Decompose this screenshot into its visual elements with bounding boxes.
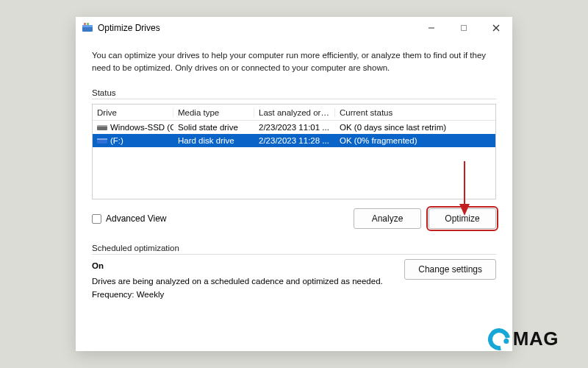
table-body: Windows-SSD (C:)Solid state drive2/23/20… <box>93 121 495 147</box>
svg-rect-1 <box>82 25 93 27</box>
cell-drive: Windows-SSD (C:) <box>93 123 173 132</box>
col-media[interactable]: Media type <box>173 108 254 117</box>
minimize-button[interactable] <box>415 17 448 39</box>
status-label: Status <box>92 88 496 97</box>
table-row[interactable]: Windows-SSD (C:)Solid state drive2/23/20… <box>93 121 495 134</box>
close-button[interactable] <box>480 17 512 39</box>
drive-table: Drive Media type Last analyzed or ... Cu… <box>92 104 496 199</box>
defrag-icon <box>82 22 93 34</box>
window-title: Optimize Drives <box>98 23 160 33</box>
cell-media: Hard disk drive <box>173 136 254 145</box>
drive-icon <box>97 136 107 145</box>
scheduled-label: Scheduled optimization <box>92 244 496 252</box>
scheduled-section: On Drives are being analyzed on a schedu… <box>92 259 496 301</box>
titlebar: Optimize Drives <box>76 17 512 39</box>
scheduled-divider <box>92 254 496 255</box>
watermark-c-icon <box>484 324 514 355</box>
actions-row: Advanced View Analyze Optimize <box>92 208 496 229</box>
cell-drive: (F:) <box>93 136 173 145</box>
cell-current: OK (0 days since last retrim) <box>335 123 495 132</box>
svg-rect-5 <box>462 26 467 31</box>
cell-last: 2/23/2023 11:01 ... <box>254 123 335 132</box>
drive-name: Windows-SSD (C:) <box>110 123 173 132</box>
col-last[interactable]: Last analyzed or ... <box>254 108 335 117</box>
table-header: Drive Media type Last analyzed or ... Cu… <box>93 105 495 121</box>
cell-media: Solid state drive <box>173 123 254 132</box>
svg-rect-3 <box>87 23 89 25</box>
window-content: You can optimize your drives to help you… <box>76 39 512 351</box>
col-drive[interactable]: Drive <box>93 108 173 117</box>
svg-rect-2 <box>84 23 86 25</box>
col-current[interactable]: Current status <box>335 108 495 117</box>
checkbox-icon <box>92 214 101 224</box>
drive-icon <box>97 123 107 132</box>
optimize-drives-window: Optimize Drives You can optimize your dr… <box>76 17 512 351</box>
scheduled-description: Drives are being analyzed on a scheduled… <box>92 275 392 288</box>
window-controls <box>415 17 512 39</box>
svg-rect-11 <box>97 138 107 140</box>
svg-rect-9 <box>97 125 107 127</box>
advanced-view-label: Advanced View <box>106 213 167 224</box>
scheduled-text: On Drives are being analyzed on a schedu… <box>92 259 392 301</box>
cell-last: 2/23/2023 11:28 ... <box>254 136 335 145</box>
optimize-button[interactable]: Optimize <box>429 208 496 229</box>
maximize-button[interactable] <box>448 17 480 39</box>
advanced-view-checkbox[interactable]: Advanced View <box>92 213 167 224</box>
analyze-button[interactable]: Analyze <box>354 208 421 229</box>
drive-name: (F:) <box>110 136 123 145</box>
status-divider <box>92 99 496 99</box>
scheduled-frequency: Frequency: Weekly <box>92 288 392 301</box>
intro-text: You can optimize your drives to help you… <box>92 49 496 74</box>
cell-current: OK (0% fragmented) <box>335 136 495 145</box>
watermark-logo: MAG <box>488 328 559 350</box>
table-row[interactable]: (F:)Hard disk drive2/23/2023 11:28 ...OK… <box>93 134 495 147</box>
scheduled-on-label: On <box>92 259 392 272</box>
watermark-text: MAG <box>513 328 559 350</box>
action-buttons: Analyze Optimize <box>354 208 496 229</box>
change-settings-button[interactable]: Change settings <box>404 259 496 280</box>
